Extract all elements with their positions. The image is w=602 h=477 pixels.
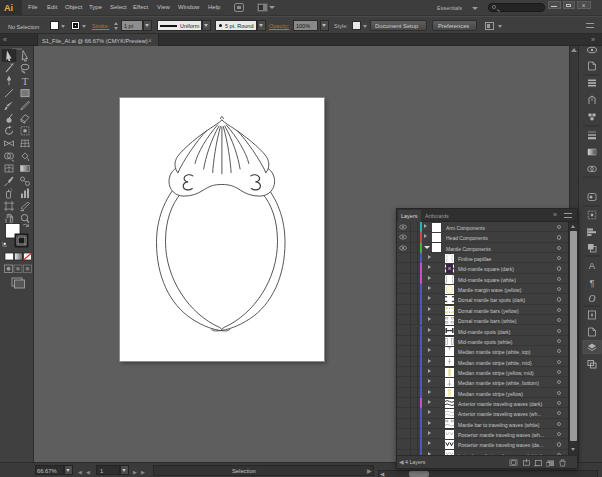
svg-text:O: O xyxy=(589,294,596,304)
svg-text:¶: ¶ xyxy=(589,277,594,288)
svg-text:T: T xyxy=(22,75,29,87)
svg-text:A: A xyxy=(589,260,596,271)
